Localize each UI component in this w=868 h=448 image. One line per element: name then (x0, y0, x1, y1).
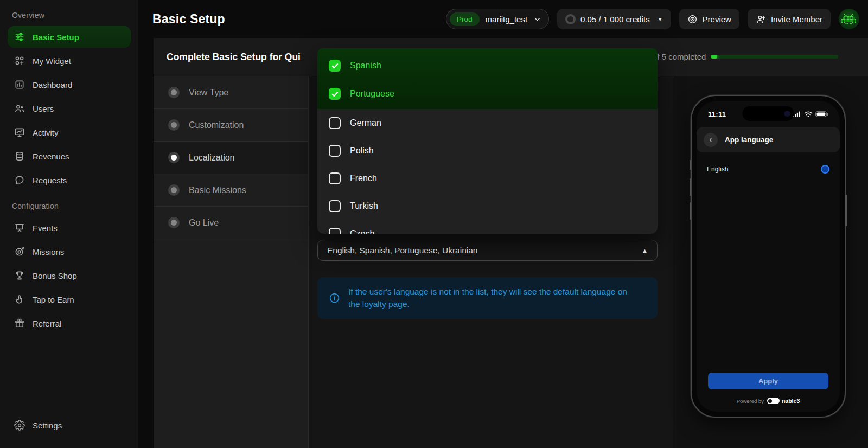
sidebar-item-activity[interactable]: Activity (8, 121, 131, 143)
sidebar-item-revenues[interactable]: Revenues (8, 145, 131, 167)
sidebar-item-label: My Widget (33, 56, 71, 66)
radio-selected-icon[interactable] (821, 165, 829, 174)
dropdown-option-german[interactable]: German (317, 109, 658, 137)
checkbox-unchecked-icon[interactable] (329, 172, 341, 184)
step-basic-missions[interactable]: Basic Missions (154, 174, 308, 207)
app-language-header: App language (697, 127, 840, 152)
powered-by-footer: Powered by nable3 (697, 398, 840, 404)
step-radio-icon (168, 217, 180, 228)
language-info-note: If the user's language is not in the lis… (317, 277, 658, 319)
sidebar-item-referral[interactable]: Referral (8, 312, 131, 334)
progress-label: of 5 completed (653, 52, 706, 61)
sidebar-item-settings[interactable]: Settings (8, 414, 131, 436)
dropdown-option-spanish[interactable]: Spanish (317, 52, 658, 80)
caret-down-icon: ▼ (658, 16, 663, 22)
env-project-name: mariitg_test (486, 15, 528, 24)
selected-options-group: Spanish Portuguese (317, 49, 658, 109)
dropdown-option-portuguese[interactable]: Portuguese (317, 80, 658, 108)
checkbox-unchecked-icon[interactable] (329, 145, 341, 157)
sliders-icon (14, 31, 25, 42)
sidebar-item-label: Basic Setup (33, 33, 79, 42)
setup-steps-list: View Type Customization Localization Bas… (154, 76, 309, 448)
user-avatar[interactable] (839, 9, 859, 29)
step-radio-icon (168, 152, 180, 163)
apply-button[interactable]: Apply (708, 373, 828, 389)
language-select-value: English, Spanish, Portuguese, Ukrainian (327, 246, 477, 255)
battery-icon (815, 111, 828, 117)
option-label: Turkish (350, 201, 378, 211)
tap-hand-icon (14, 294, 25, 305)
sidebar-item-basic-setup[interactable]: Basic Setup (8, 26, 131, 48)
wifi-icon (804, 111, 813, 117)
presentation-icon (14, 222, 25, 233)
checkbox-unchecked-icon[interactable] (329, 200, 341, 212)
sidebar-item-requests[interactable]: Requests (8, 169, 131, 191)
database-icon (14, 151, 25, 162)
step-localization[interactable]: Localization (154, 142, 308, 174)
app-language-option[interactable]: English (697, 165, 840, 174)
step-label: Basic Missions (189, 185, 246, 195)
credits-ring-icon (565, 14, 576, 24)
back-button[interactable] (704, 133, 718, 147)
sidebar-item-label: Activity (33, 128, 59, 137)
checkbox-checked-icon[interactable] (329, 88, 341, 100)
step-view-type[interactable]: View Type (154, 76, 308, 109)
option-label: French (350, 174, 377, 183)
progress-bar (711, 55, 838, 59)
invite-button-label: Invite Member (771, 15, 822, 24)
sidebar-item-tap-to-earn[interactable]: Tap to Earn (8, 289, 131, 310)
sidebar-item-label: Revenues (33, 152, 69, 161)
sidebar-item-label: Settings (33, 421, 62, 430)
collapse-arrow-icon: ▲ (642, 247, 648, 254)
sidebar-item-label: Missions (33, 247, 64, 257)
gear-icon (14, 420, 25, 431)
widget-icon (14, 55, 25, 66)
step-label: Localization (189, 153, 235, 163)
sidebar-item-missions[interactable]: Missions (8, 241, 131, 263)
phone-power-button (845, 195, 847, 226)
dropdown-option-polish[interactable]: Polish (317, 137, 658, 164)
chevron-down-icon (533, 15, 541, 23)
sidebar-item-bonus-shop[interactable]: Bonus Shop (8, 265, 131, 286)
brand-name: nable3 (782, 398, 800, 404)
step-go-live[interactable]: Go Live (154, 207, 308, 239)
phone-mockup: 11:11 App language English Apply (691, 95, 846, 418)
banner-title: Complete Basic Setup for Qui (167, 38, 301, 76)
credits-dropdown[interactable]: 0.05 / 1 000 credits ▼ (557, 9, 671, 29)
option-label: German (350, 118, 381, 128)
info-circle-icon (329, 292, 340, 304)
sidebar-section-overview: Overview (8, 5, 131, 26)
sidebar-item-events[interactable]: Events (8, 217, 131, 239)
sidebar-item-my-widget[interactable]: My Widget (8, 50, 131, 72)
bar-chart-icon (14, 79, 25, 90)
environment-selector[interactable]: Prod mariitg_test (446, 9, 549, 29)
app-language-label: English (707, 165, 728, 173)
page-title: Basic Setup (152, 12, 225, 27)
preview-button[interactable]: Preview (679, 9, 739, 29)
checkbox-checked-icon[interactable] (329, 60, 341, 72)
sidebar-item-label: Users (33, 104, 54, 113)
powered-by-text: Powered by (737, 398, 764, 404)
camera-icon (784, 111, 790, 117)
dropdown-option-czech[interactable]: Czech (317, 220, 658, 234)
dropdown-option-french[interactable]: French (317, 164, 658, 192)
sidebar-item-users[interactable]: Users (8, 98, 131, 119)
dropdown-option-turkish[interactable]: Turkish (317, 192, 658, 220)
checkbox-unchecked-icon[interactable] (329, 228, 341, 234)
invite-member-button[interactable]: Invite Member (748, 9, 831, 29)
checkbox-unchecked-icon[interactable] (329, 117, 341, 129)
target-icon (14, 246, 25, 257)
phone-volume-down-button (690, 202, 691, 220)
users-icon (14, 103, 25, 114)
space-invader-icon (841, 14, 843, 15)
step-customization[interactable]: Customization (154, 109, 308, 142)
trophy-icon (14, 270, 25, 281)
sidebar-item-label: Referral (33, 319, 61, 328)
sidebar-item-dashboard[interactable]: Dashboard (8, 74, 131, 95)
progress-bar-fill (711, 55, 717, 59)
gift-icon (14, 318, 25, 329)
chat-bubble-icon (14, 175, 25, 185)
language-multiselect-input[interactable]: English, Spanish, Portuguese, Ukrainian … (317, 240, 658, 261)
sidebar-item-label: Bonus Shop (33, 271, 77, 280)
step-radio-icon (168, 119, 180, 131)
